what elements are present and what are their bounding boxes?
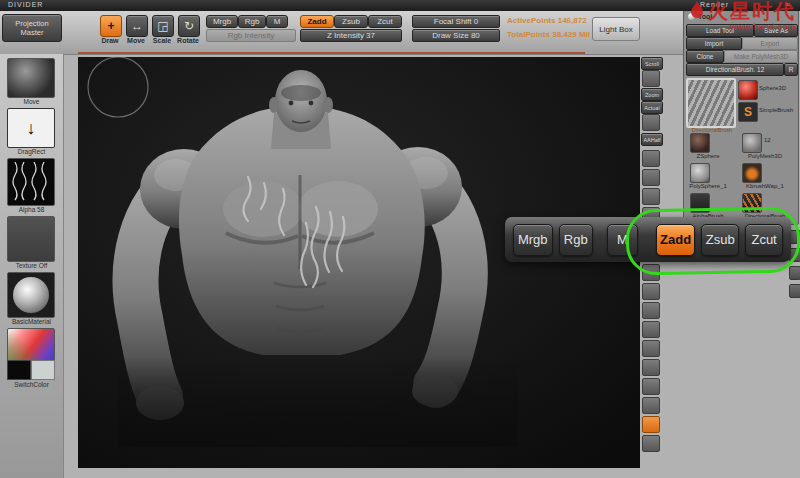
z-intensity-slider[interactable]: Z Intensity 37 xyxy=(300,29,402,42)
secondary-color-swatch[interactable] xyxy=(31,360,55,380)
move-tool-icon[interactable]: ↔ xyxy=(126,15,148,37)
kbrushwap-icon[interactable] xyxy=(742,163,762,183)
current-brush-label: Move xyxy=(0,98,63,105)
draw-size-slider[interactable]: Draw Size 80 xyxy=(412,29,500,42)
green-annotation-circle xyxy=(625,206,800,275)
canvas-tray-icon-active[interactable] xyxy=(642,416,660,433)
zbrush-window: DIVIDER Render » Projection Master + Dra… xyxy=(0,0,800,478)
tool-palette: Tool Load Tool Save As Import Export Clo… xyxy=(683,10,799,225)
alpha-squiggles-icon xyxy=(8,159,52,203)
canvas-tray-icon[interactable] xyxy=(642,359,660,376)
light-box-button[interactable]: Light Box xyxy=(592,17,640,41)
actual-button[interactable]: Actual xyxy=(641,101,663,114)
sphere3d-label[interactable]: Sphere3D xyxy=(759,85,786,91)
canvas-tray-icon[interactable] xyxy=(642,114,660,131)
canvas-tray-icon[interactable] xyxy=(642,321,660,338)
rotate-tool-icon[interactable]: ↻ xyxy=(178,15,200,37)
alpha-label: Alpha 58 xyxy=(0,206,63,213)
make-polymesh3d-button[interactable]: Make PolyMesh3D xyxy=(724,50,798,63)
polymesh3d-icon[interactable] xyxy=(742,133,762,153)
canvas-tray-icon[interactable] xyxy=(642,435,660,452)
watermark: 火星时代 www.hxsd.com xyxy=(640,0,796,32)
dragrect-arrow-icon: ↓ xyxy=(27,118,36,139)
move-tool-label: Move xyxy=(123,37,149,44)
texture-label: Texture Off xyxy=(0,262,63,269)
active-tool-thumb[interactable] xyxy=(686,78,736,128)
switch-color-label: SwitchColor xyxy=(0,381,63,388)
canvas-tray-icon[interactable] xyxy=(642,150,660,167)
mrgb-button[interactable]: Mrgb xyxy=(206,15,238,28)
scale-tool-label: Scale xyxy=(149,37,175,44)
callout-rgb-button[interactable]: Rgb xyxy=(559,224,593,256)
polysphere-label[interactable]: PolySphere_1 xyxy=(684,183,732,189)
simplebrush-icon[interactable]: S xyxy=(738,102,758,122)
draw-tool-label: Draw xyxy=(97,37,123,44)
zsphere-icon[interactable] xyxy=(690,133,710,153)
canvas-tray-icon[interactable] xyxy=(642,188,660,205)
scale-tool-icon[interactable]: ◲ xyxy=(152,15,174,37)
restore-config-button[interactable]: R xyxy=(784,63,798,76)
canvas-tray-icon[interactable] xyxy=(642,302,660,319)
clone-button[interactable]: Clone xyxy=(686,50,724,63)
divider-label: DIVIDER xyxy=(8,1,43,8)
polymesh3d-badge: 12 xyxy=(764,137,771,143)
rgb-button[interactable]: Rgb xyxy=(238,15,266,28)
current-brush-thumb[interactable] xyxy=(7,58,55,98)
zcut-button[interactable]: Zcut xyxy=(368,15,402,28)
scroll-button[interactable]: Scroll xyxy=(641,57,663,70)
material-sphere-icon xyxy=(13,277,49,313)
draw-tool-icon[interactable]: + xyxy=(100,15,122,37)
export-button[interactable]: Export xyxy=(742,37,798,50)
flame-logo-icon xyxy=(689,1,705,21)
canvas-tray-icon[interactable] xyxy=(642,283,660,300)
kbrushwap-label[interactable]: KbrushWap_1 xyxy=(734,183,796,189)
material-label: BasicMaterial xyxy=(0,318,63,325)
canvas-tray-icon[interactable] xyxy=(642,340,660,357)
callout-mrgb-button[interactable]: Mrgb xyxy=(513,224,553,256)
canvas-tray-icon[interactable] xyxy=(642,169,660,186)
sphere3d-icon[interactable] xyxy=(738,80,758,100)
projection-master-button[interactable]: Projection Master xyxy=(2,14,62,42)
canvas-tray-icon[interactable] xyxy=(642,397,660,414)
rgb-intensity-slider[interactable]: Rgb Intensity xyxy=(206,29,296,42)
simplebrush-label[interactable]: SimpleBrush xyxy=(759,107,793,113)
aahalf-button[interactable]: AAHalf xyxy=(641,133,663,146)
current-tool-button[interactable]: DirectionalBrush. 12 xyxy=(686,63,784,76)
material-thumb[interactable] xyxy=(7,272,55,318)
top-shelf: Projection Master + Draw ↔ Move ◲ Scale … xyxy=(0,11,683,55)
right-edge-icon[interactable] xyxy=(789,266,800,280)
zoom-button[interactable]: Zoom xyxy=(641,88,663,101)
watermark-brand: 火星时代 xyxy=(708,0,796,22)
zsub-button[interactable]: Zsub xyxy=(334,15,368,28)
toolbar-underline xyxy=(78,52,585,54)
focal-shift-slider[interactable]: Focal Shift 0 xyxy=(412,15,500,28)
watermark-site: www.hxsd.com xyxy=(640,22,796,32)
right-edge-icon[interactable] xyxy=(789,284,800,298)
main-color-swatch[interactable] xyxy=(7,360,31,380)
alpha-thumb[interactable] xyxy=(7,158,55,206)
polymesh3d-label[interactable]: PolyMesh3D xyxy=(734,153,796,159)
texture-thumb[interactable] xyxy=(7,216,55,262)
sculpt-model-svg xyxy=(78,57,640,468)
rotate-tool-label: Rotate xyxy=(175,37,201,44)
stroke-label: DragRect xyxy=(0,148,63,155)
zsphere-label[interactable]: ZSphere xyxy=(684,153,732,159)
document-canvas[interactable] xyxy=(78,57,640,468)
left-shelf: Move ↓ DragRect Alpha 58 Texture Off Bas… xyxy=(0,54,64,478)
import-button[interactable]: Import xyxy=(686,37,742,50)
canvas-tray-icon[interactable] xyxy=(642,378,660,395)
active-points-readout: ActivePoints 146,872 xyxy=(507,16,587,25)
canvas-tray-icon[interactable] xyxy=(642,70,660,87)
m-button[interactable]: M xyxy=(266,15,288,28)
total-points-readout: TotalPoints 38.429 Mil xyxy=(507,30,590,39)
stroke-dragrect-thumb[interactable]: ↓ xyxy=(7,108,55,148)
zadd-button[interactable]: Zadd xyxy=(300,15,334,28)
polysphere-icon[interactable] xyxy=(690,163,710,183)
